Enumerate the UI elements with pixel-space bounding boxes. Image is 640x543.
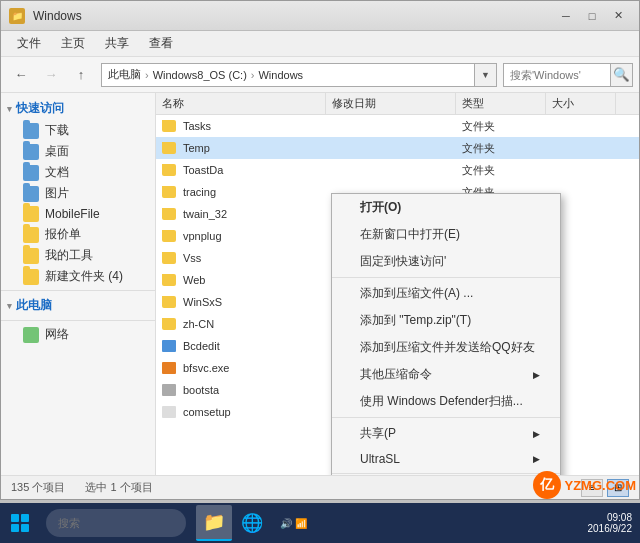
toolbar: ← → ↑ 此电脑 › Windows8_OS (C:) › Windows ▼…: [1, 57, 639, 93]
watermark-logo: 亿: [533, 471, 561, 499]
menu-share[interactable]: 共享: [95, 32, 139, 55]
ctx-separator-1: [332, 277, 560, 278]
folder-icon: [162, 318, 176, 330]
address-dropdown-button[interactable]: ▼: [475, 63, 497, 87]
submenu-arrow: ▶: [533, 370, 540, 380]
ctx-add-send-qq[interactable]: 添加到压缩文件并发送给QQ好友: [332, 334, 560, 361]
sidebar-item-desktop[interactable]: 桌面: [1, 141, 155, 162]
ctx-add-zip[interactable]: 添加到 "Temp.zip"(T): [332, 307, 560, 334]
folder-icon: [162, 142, 176, 154]
taskbar-apps: 📁 🌐: [196, 505, 270, 541]
folder-icon: [23, 144, 39, 160]
sidebar: ▾ 快速访问 下载 桌面 文档 图片 MobileFile: [1, 93, 156, 475]
folder-icon: [162, 274, 176, 286]
back-button[interactable]: ←: [7, 61, 35, 89]
title-bar: 📁 Windows ─ □ ✕: [1, 1, 639, 31]
window-controls: ─ □ ✕: [553, 3, 631, 29]
sidebar-item-download[interactable]: 下载: [1, 120, 155, 141]
col-header-name[interactable]: 名称: [156, 93, 326, 114]
ctx-defender-scan[interactable]: 使用 Windows Defender扫描...: [332, 388, 560, 415]
sidebar-divider-2: [1, 320, 155, 321]
menu-bar: 文件 主页 共享 查看: [1, 31, 639, 57]
watermark: 亿 YZMG.COM: [533, 471, 637, 499]
col-header-type[interactable]: 类型: [456, 93, 546, 114]
sidebar-quick-access[interactable]: ▾ 快速访问: [1, 97, 155, 120]
folder-icon: [162, 186, 176, 198]
folder-icon: [162, 208, 176, 220]
ctx-open[interactable]: 打开(O): [332, 194, 560, 221]
file-icon: [162, 362, 176, 374]
address-bar-wrap: 此电脑 › Windows8_OS (C:) › Windows ▼: [101, 63, 497, 87]
explorer-window: 📁 Windows ─ □ ✕ 文件 主页 共享 查看 ← → ↑ 此电脑 › …: [0, 0, 640, 500]
file-icon: [162, 406, 176, 418]
search-wrap: 🔍: [503, 63, 633, 87]
folder-icon: [23, 165, 39, 181]
submenu-arrow: ▶: [533, 454, 540, 464]
sidebar-this-pc[interactable]: ▾ 此电脑: [1, 294, 155, 317]
sidebar-item-docs[interactable]: 文档: [1, 162, 155, 183]
table-row[interactable]: ToastDa 文件夹: [156, 159, 639, 181]
file-list-area: 名称 修改日期 类型 大小 Tasks 文件夹: [156, 93, 639, 475]
tray-area: 🔊 📶: [274, 518, 313, 529]
sidebar-item-pictures[interactable]: 图片: [1, 183, 155, 204]
folder-icon: [162, 252, 176, 264]
forward-button[interactable]: →: [37, 61, 65, 89]
ctx-share[interactable]: 共享(P ▶: [332, 420, 560, 447]
title-bar-icons: 📁: [9, 8, 25, 24]
start-button[interactable]: [0, 503, 40, 543]
minimize-button[interactable]: ─: [553, 3, 579, 29]
taskbar-clock: 09:08 2016/9/22: [588, 512, 641, 534]
taskbar-search[interactable]: [46, 509, 186, 537]
status-selected: 选中 1 个项目: [85, 480, 152, 495]
search-input[interactable]: [503, 63, 611, 87]
ctx-open-new-window[interactable]: 在新窗口中打开(E): [332, 221, 560, 248]
menu-file[interactable]: 文件: [7, 32, 51, 55]
up-button[interactable]: ↑: [67, 61, 95, 89]
col-header-size[interactable]: 大小: [546, 93, 616, 114]
maximize-button[interactable]: □: [579, 3, 605, 29]
status-count: 135 个项目: [11, 480, 65, 495]
tray-icons: 🔊 📶: [280, 518, 307, 529]
ctx-other-compress[interactable]: 其他压缩命令 ▶: [332, 361, 560, 388]
address-crumb-3: Windows: [258, 69, 303, 81]
windows-logo: [11, 514, 29, 532]
menu-view[interactable]: 查看: [139, 32, 183, 55]
context-menu: 打开(O) 在新窗口中打开(E) 固定到快速访问' 添加到压缩文件(A) ...…: [331, 193, 561, 475]
file-list-header: 名称 修改日期 类型 大小: [156, 93, 639, 115]
submenu-arrow: ▶: [533, 429, 540, 439]
col-header-date[interactable]: 修改日期: [326, 93, 456, 114]
folder-icon: [23, 269, 39, 285]
sidebar-item-tools[interactable]: 我的工具: [1, 245, 155, 266]
folder-icon: [162, 296, 176, 308]
address-bar[interactable]: 此电脑 › Windows8_OS (C:) › Windows: [101, 63, 475, 87]
sidebar-item-quotes[interactable]: 报价单: [1, 224, 155, 245]
menu-home[interactable]: 主页: [51, 32, 95, 55]
taskbar-app-ie[interactable]: 🌐: [234, 505, 270, 541]
ctx-ultrasl[interactable]: UltraSL ▶: [332, 447, 560, 471]
ctx-pin-quick-access[interactable]: 固定到快速访问': [332, 248, 560, 275]
folder-icon: [23, 123, 39, 139]
address-crumb-2: Windows8_OS (C:): [153, 69, 247, 81]
window-title: Windows: [33, 9, 553, 23]
folder-icon: [162, 120, 176, 132]
folder-icon: [23, 206, 39, 222]
table-row[interactable]: Tasks 文件夹: [156, 115, 639, 137]
table-row[interactable]: Temp 文件夹: [156, 137, 639, 159]
taskbar: 📁 🌐 🔊 📶 09:08 2016/9/22: [0, 503, 640, 543]
network-icon: [23, 327, 39, 343]
file-icon: [162, 340, 176, 352]
ctx-separator-2: [332, 417, 560, 418]
sidebar-item-mobilefile[interactable]: MobileFile: [1, 204, 155, 224]
folder-icon: [162, 230, 176, 242]
folder-icon: [23, 227, 39, 243]
sidebar-item-newfolder[interactable]: 新建文件夹 (4): [1, 266, 155, 287]
folder-icon: [23, 248, 39, 264]
ctx-add-archive[interactable]: 添加到压缩文件(A) ...: [332, 280, 560, 307]
search-button[interactable]: 🔍: [611, 63, 633, 87]
content-area: ▾ 快速访问 下载 桌面 文档 图片 MobileFile: [1, 93, 639, 475]
close-button[interactable]: ✕: [605, 3, 631, 29]
sidebar-network[interactable]: 网络: [1, 324, 155, 345]
taskbar-app-explorer[interactable]: 📁: [196, 505, 232, 541]
address-crumb-1: 此电脑: [108, 67, 141, 82]
file-icon: [162, 384, 176, 396]
